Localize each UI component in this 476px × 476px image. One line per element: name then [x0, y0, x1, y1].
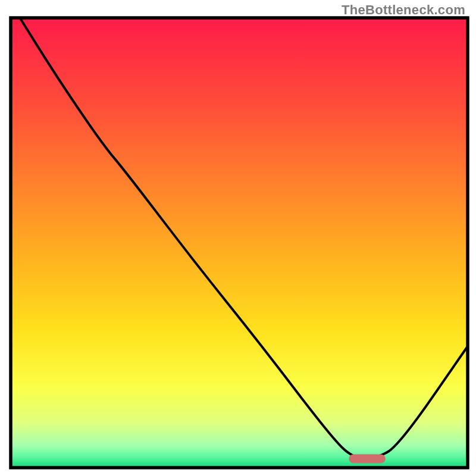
optimal-range-marker [349, 454, 385, 463]
watermark-text: TheBottleneck.com [342, 2, 465, 18]
bottleneck-chart [0, 0, 476, 476]
plot-background-gradient [11, 18, 468, 468]
chart-stage: { "watermark": "TheBottleneck.com", "cha… [0, 0, 476, 476]
